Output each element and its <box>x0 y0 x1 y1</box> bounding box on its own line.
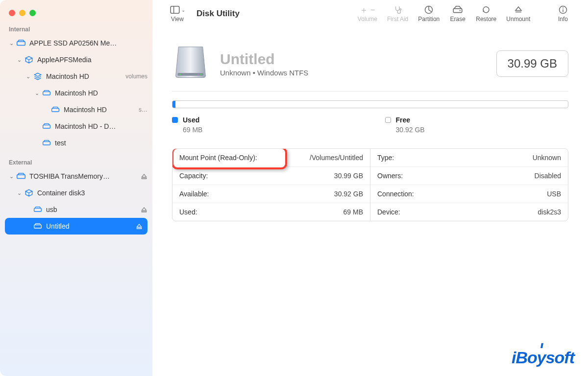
chevron-down-icon: ⌄ <box>17 190 22 196</box>
main-content: ⌄ View Disk Utility ＋ − Volume First Aid <box>152 0 588 376</box>
info-key: Mount Point (Read-Only): <box>179 154 257 162</box>
svg-point-10 <box>399 9 401 10</box>
info-key: Used: <box>179 208 197 216</box>
sidebar-item-label: Untitled <box>46 222 136 230</box>
legend-free-label: Free <box>396 116 411 124</box>
toolbar-label: Unmount <box>506 16 530 23</box>
info-button[interactable]: Info <box>550 5 576 23</box>
toolbar-label: Erase <box>450 16 466 23</box>
info-val: Disabled <box>535 172 561 180</box>
unmount-icon <box>514 5 523 15</box>
volume-capacity-badge: 30.99 GB <box>496 50 568 77</box>
info-val: 69 MB <box>343 208 363 216</box>
eject-icon[interactable] <box>136 223 143 230</box>
sidebar-item-mac-hd-snap[interactable]: ⌄ Macintosh HD s… <box>0 101 152 118</box>
first-aid-button[interactable]: First Aid <box>382 5 413 23</box>
sidebar-item-container-disk3[interactable]: ⌄ Container disk3 <box>0 185 152 201</box>
sidebar-item-label: Container disk3 <box>37 189 147 197</box>
chevron-down-icon: ⌄ <box>34 90 39 96</box>
disk-utility-window: Internal ⌄ APPLE SSD AP0256N Me… ⌄ Apple… <box>0 0 588 376</box>
toolbar-label: Info <box>558 16 568 23</box>
volume-header: Untitled Unknown • Windows NTFS 30.99 GB <box>152 27 588 91</box>
disk-icon <box>41 90 52 96</box>
minimize-button[interactable] <box>19 10 25 16</box>
sidebar-item-usb[interactable]: ⌄ usb <box>0 201 152 218</box>
info-val: /Volumes/Untitled <box>310 154 363 162</box>
unmount-button[interactable]: Unmount <box>501 5 535 23</box>
stack-icon <box>32 72 43 80</box>
sidebar-item-suffix: s… <box>139 106 147 113</box>
svg-rect-4 <box>43 141 50 145</box>
svg-rect-1 <box>43 92 50 95</box>
stethoscope-icon <box>393 5 403 15</box>
sidebar-item-test[interactable]: ⌄ test <box>0 135 152 151</box>
partition-button[interactable]: Partition <box>413 5 444 23</box>
chevron-down-icon: ⌄ <box>17 57 22 63</box>
info-val: 30.99 GB <box>334 172 363 180</box>
zoom-button[interactable] <box>29 10 36 16</box>
sidebar-item-toshiba[interactable]: ⌄ TOSHIBA TransMemory… <box>0 168 152 185</box>
svg-rect-5 <box>17 175 25 179</box>
restore-icon <box>482 5 490 15</box>
info-column-left: Mount Point (Read-Only): /Volumes/Untitl… <box>172 149 370 221</box>
sidebar-toggle-icon: ⌄ <box>170 5 185 15</box>
erase-icon <box>453 5 463 15</box>
svg-point-19 <box>200 73 201 75</box>
sidebar-item-label: usb <box>46 206 141 213</box>
info-row-mount-point: Mount Point (Read-Only): /Volumes/Untitl… <box>172 149 370 166</box>
info-key: Available: <box>179 190 209 198</box>
sidebar-item-mac-hd[interactable]: ⌄ Macintosh HD <box>0 85 152 101</box>
info-key: Connection: <box>377 190 414 198</box>
info-key: Capacity: <box>179 172 208 180</box>
sidebar-section-external: External <box>0 156 152 168</box>
svg-point-15 <box>563 7 564 8</box>
erase-button[interactable]: Erase <box>444 5 471 23</box>
legend-dot-free <box>385 117 391 123</box>
info-key: Device: <box>377 208 400 216</box>
legend-used-label: Used <box>183 116 199 124</box>
sidebar-item-internal-disk[interactable]: ⌄ APPLE SSD AP0256N Me… <box>0 35 152 51</box>
info-row-available: Available: 30.92 GB <box>172 185 370 203</box>
svg-rect-8 <box>171 6 179 13</box>
cube-icon <box>24 189 34 197</box>
chevron-down-icon: ⌄ <box>9 40 14 47</box>
chevron-down-icon: ⌄ <box>9 173 14 180</box>
close-button[interactable] <box>9 10 15 16</box>
view-button[interactable]: ⌄ View <box>164 5 191 23</box>
info-val: USB <box>547 190 561 198</box>
sidebar-item-label: Macintosh HD <box>55 89 147 97</box>
legend-free-value: 30.92 GB <box>396 126 569 134</box>
svg-point-18 <box>180 73 181 75</box>
legend-dot-used <box>172 117 178 123</box>
svg-rect-17 <box>177 73 203 76</box>
external-disk-icon <box>32 223 43 229</box>
sidebar-item-apfs-media[interactable]: ⌄ AppleAPFSMedia <box>0 51 152 68</box>
sidebar-item-label: Macintosh HD - D… <box>55 122 147 130</box>
cube-icon <box>24 56 34 64</box>
toolbar-label: Volume <box>358 16 377 23</box>
sidebar-item-label: APPLE SSD AP0256N Me… <box>29 39 147 47</box>
info-row-capacity: Capacity: 30.99 GB <box>172 166 370 185</box>
info-key: Type: <box>377 154 394 162</box>
toolbar-label: View <box>171 16 184 23</box>
sidebar-item-mac-hd-data[interactable]: ⌄ Macintosh HD - D… <box>0 118 152 135</box>
volume-button[interactable]: ＋ − Volume <box>353 5 382 23</box>
sidebar-item-mac-hd-vols[interactable]: ⌄ Macintosh HD volumes <box>0 68 152 85</box>
sidebar-item-untitled[interactable]: ⌄ Untitled <box>5 218 147 235</box>
disk-icon <box>50 107 61 113</box>
toolbar-label: Restore <box>476 16 496 23</box>
eject-icon[interactable] <box>141 173 147 180</box>
svg-rect-12 <box>453 9 462 13</box>
volume-name: Untitled <box>220 51 308 68</box>
info-val: 30.92 GB <box>334 190 363 198</box>
sidebar-item-label: TOSHIBA TransMemory… <box>29 172 141 180</box>
info-row-type: Type: Unknown <box>370 149 568 166</box>
eject-icon[interactable] <box>141 206 147 213</box>
sidebar-item-label: Macintosh HD <box>64 106 136 114</box>
legend-used-value: 69 MB <box>183 126 356 134</box>
disk-icon <box>16 40 26 47</box>
usage-legend: Used 69 MB Free 30.92 GB <box>172 116 568 134</box>
volume-drive-icon <box>172 45 209 82</box>
info-row-device: Device: disk2s3 <box>370 203 568 221</box>
restore-button[interactable]: Restore <box>471 5 501 23</box>
